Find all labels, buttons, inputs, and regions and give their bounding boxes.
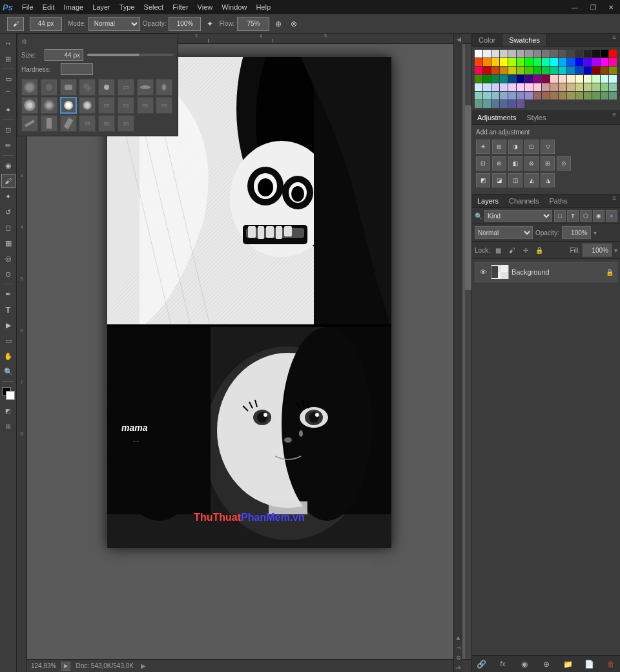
- brush-preset-20[interactable]: 36: [79, 115, 96, 132]
- menu-edit[interactable]: Edit: [39, 2, 59, 12]
- swatch-82[interactable]: [592, 83, 600, 91]
- swatch-92[interactable]: [533, 92, 541, 100]
- swatch-40[interactable]: [525, 67, 533, 74]
- menu-image[interactable]: Image: [60, 2, 88, 12]
- swatch-71[interactable]: [500, 83, 508, 91]
- opacity-display[interactable]: 100%: [169, 17, 201, 31]
- swatch-57[interactable]: [525, 75, 533, 83]
- swatch-56[interactable]: [517, 75, 524, 83]
- layer-kind-select[interactable]: Kind: [484, 210, 552, 222]
- lock-all[interactable]: 🔒: [533, 244, 545, 256]
- history-brush-tool[interactable]: ↺: [1, 205, 16, 219]
- swatch-107[interactable]: [517, 100, 524, 108]
- layer-style-btn[interactable]: fx: [497, 658, 510, 671]
- adj-panel-menu[interactable]: ≡: [608, 111, 620, 124]
- brush-preset-7[interactable]: [137, 79, 154, 96]
- tool-strip-item-4[interactable]: ¶: [455, 666, 462, 669]
- adj-selective-color[interactable]: ◮: [541, 173, 555, 187]
- brush-preset-12[interactable]: [79, 97, 96, 114]
- swatch-53[interactable]: [491, 75, 499, 83]
- swatch-76[interactable]: [542, 83, 550, 91]
- swatch-99[interactable]: [592, 92, 600, 100]
- eyedropper-tool[interactable]: ✏: [1, 138, 16, 152]
- swatch-39[interactable]: [517, 67, 524, 74]
- background-color[interactable]: [6, 391, 15, 400]
- swatch-96[interactable]: [567, 92, 575, 100]
- menu-window[interactable]: Window: [218, 2, 251, 12]
- zoom-tool[interactable]: 🔍: [1, 364, 16, 379]
- blend-mode-select[interactable]: Normal Multiply Screen: [88, 17, 140, 31]
- brush-preset-19[interactable]: [60, 115, 77, 132]
- swatch-50[interactable]: [609, 67, 617, 74]
- adj-threshold[interactable]: ◫: [508, 173, 522, 187]
- tab-paths[interactable]: Paths: [544, 194, 573, 207]
- status-icon[interactable]: ▶: [61, 662, 70, 671]
- swatch-67[interactable]: [609, 75, 617, 83]
- swatch-31[interactable]: [592, 58, 600, 66]
- brush-preset-1[interactable]: [21, 79, 38, 96]
- hand-tool[interactable]: ✋: [1, 349, 16, 363]
- new-fill-adj-btn[interactable]: ⊕: [540, 658, 553, 671]
- swatch-80[interactable]: [575, 83, 583, 91]
- restore-button[interactable]: ❐: [584, 0, 602, 14]
- lock-transparent[interactable]: ▦: [493, 244, 504, 256]
- filter-shape[interactable]: ⬡: [580, 210, 592, 222]
- swatch-9[interactable]: [550, 50, 558, 58]
- brush-preset-8[interactable]: [156, 79, 172, 96]
- size-slider[interactable]: [87, 54, 174, 56]
- swatch-61[interactable]: [559, 75, 566, 83]
- new-layer-btn[interactable]: 📄: [583, 658, 596, 671]
- brush-preset-21[interactable]: 30: [98, 115, 115, 132]
- swatch-81[interactable]: [584, 83, 592, 91]
- swatch-13[interactable]: [584, 50, 592, 58]
- brush-preset-button[interactable]: 🖌: [4, 17, 27, 31]
- swatch-48[interactable]: [592, 67, 600, 74]
- brush-tool[interactable]: 🖌: [1, 174, 16, 188]
- quick-mask-btn[interactable]: ◩: [1, 404, 16, 418]
- spot-healing-tool[interactable]: ◉: [1, 158, 16, 173]
- status-arrow[interactable]: ▶: [139, 662, 148, 671]
- screen-mode-btn[interactable]: ⊞: [1, 419, 16, 434]
- adj-curves[interactable]: ◑: [508, 140, 522, 154]
- type-tool[interactable]: T: [1, 302, 16, 317]
- opacity-arrow[interactable]: ▾: [594, 229, 597, 236]
- swatch-85[interactable]: [475, 92, 482, 100]
- swatch-32[interactable]: [601, 58, 608, 66]
- vertical-scrollbar[interactable]: [465, 44, 471, 659]
- adj-brightness[interactable]: ☀: [476, 140, 490, 154]
- layer-mask-btn[interactable]: ◉: [518, 658, 531, 671]
- brush-preset-2[interactable]: [41, 79, 57, 96]
- link-layers-btn[interactable]: 🔗: [475, 658, 488, 671]
- layers-panel-menu[interactable]: ≡: [608, 194, 620, 207]
- swatch-66[interactable]: [601, 75, 608, 83]
- swatch-37[interactable]: [500, 67, 508, 74]
- swatch-27[interactable]: [559, 58, 566, 66]
- size-value[interactable]: 44 px: [45, 49, 83, 61]
- swatch-102[interactable]: [475, 100, 482, 108]
- pen-tool[interactable]: ✒: [1, 287, 16, 301]
- shape-tool[interactable]: ▭: [1, 333, 16, 348]
- tab-styles[interactable]: Styles: [522, 111, 552, 124]
- adj-posterize[interactable]: ◪: [492, 173, 506, 187]
- swatch-18[interactable]: [483, 58, 491, 66]
- path-selection-tool[interactable]: ▶: [1, 318, 16, 332]
- swatch-41[interactable]: [533, 67, 541, 74]
- swatch-22[interactable]: [517, 58, 524, 66]
- swatch-78[interactable]: [559, 83, 566, 91]
- swatch-10[interactable]: [559, 50, 566, 58]
- swatch-62[interactable]: [567, 75, 575, 83]
- swatch-68[interactable]: [475, 83, 482, 91]
- adj-invert[interactable]: ◩: [476, 173, 490, 187]
- swatch-7[interactable]: [533, 50, 541, 58]
- swatch-104[interactable]: [491, 100, 499, 108]
- hardness-value[interactable]: [61, 63, 93, 75]
- fill-arrow[interactable]: ▾: [614, 247, 617, 254]
- brush-preset-16[interactable]: 50: [156, 97, 172, 114]
- airbrush-button[interactable]: ✦: [203, 17, 216, 31]
- menu-file[interactable]: File: [18, 2, 37, 12]
- delete-layer-btn[interactable]: 🗑: [604, 658, 617, 671]
- swatch-70[interactable]: [491, 83, 499, 91]
- dodge-tool[interactable]: ⊙: [1, 267, 16, 281]
- brush-preset-9[interactable]: [21, 97, 38, 114]
- adj-color-balance[interactable]: ⊕: [492, 156, 506, 171]
